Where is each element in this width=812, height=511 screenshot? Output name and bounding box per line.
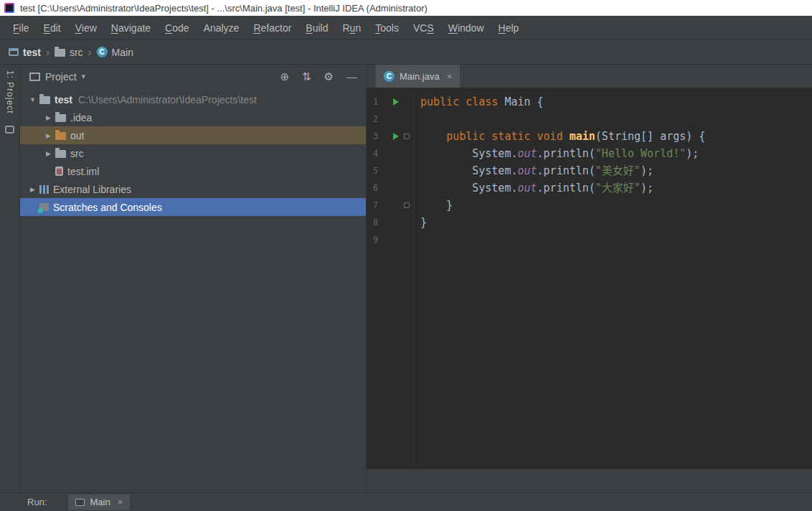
tree-row-external-libraries[interactable]: ▶External Libraries <box>20 180 366 198</box>
editor-bottom-strip <box>367 469 812 492</box>
tab-label: Main.java <box>400 71 440 82</box>
code-line-4[interactable]: 4 System.out.println("Hello World!"); <box>367 145 812 162</box>
code-token: } <box>420 216 427 229</box>
tree-row-src[interactable]: ▶src <box>20 144 366 162</box>
class-icon: C <box>384 71 395 82</box>
code-token: .println( <box>537 182 595 194</box>
settings-gear-icon[interactable]: ⚙ <box>324 71 334 82</box>
line-number: 8 <box>367 214 388 231</box>
gutter-fold-slot <box>404 214 413 231</box>
code-token: ); <box>641 164 653 177</box>
project-panel-header: Project ▾ ⊕ ⇅ ⚙ — <box>20 65 366 88</box>
menu-refactor[interactable]: Refactor <box>246 19 298 37</box>
code-text: public class Main { <box>413 93 812 111</box>
tree-row-out[interactable]: ▶out <box>20 126 366 144</box>
menu-vcs[interactable]: VCS <box>406 19 441 37</box>
code-line-3[interactable]: 3 public static void main(String[] args)… <box>367 128 812 145</box>
code-line-8[interactable]: 8} <box>367 214 812 231</box>
breadcrumb-separator-icon: › <box>88 46 92 58</box>
run-icon[interactable] <box>393 133 399 140</box>
code-token: ); <box>641 182 653 194</box>
code-token: public static void <box>446 130 570 143</box>
code-line-5[interactable]: 5 System.out.println("美女好"); <box>367 162 812 179</box>
code-text: } <box>413 197 812 214</box>
project-stripe-button[interactable]: 1: Project <box>5 70 15 114</box>
close-run-tab-icon[interactable]: × <box>118 497 123 507</box>
gutter-fold-slot <box>404 179 413 197</box>
chevron-collapsed-icon[interactable]: ▶ <box>42 150 55 157</box>
tool-stripe-icon[interactable] <box>5 126 14 133</box>
library-icon <box>39 185 49 194</box>
folder-icon <box>55 49 65 57</box>
menu-build[interactable]: Build <box>298 19 335 37</box>
code-line-7[interactable]: 7 } <box>367 197 812 214</box>
run-icon[interactable] <box>393 98 399 106</box>
breadcrumb: test›src›CMain <box>0 40 812 64</box>
code-line-1[interactable]: 1public class Main { <box>367 93 812 111</box>
main-area: 1: Project Project ▾ ⊕ ⇅ ⚙ — ▼testC:\Use… <box>0 64 812 492</box>
gutter-run-slot <box>388 111 404 128</box>
tree-label: src <box>70 148 84 159</box>
code-token <box>420 130 446 143</box>
project-icon <box>9 48 19 56</box>
collapse-all-icon[interactable]: ⇅ <box>302 71 311 82</box>
hide-panel-icon[interactable]: — <box>346 71 357 82</box>
close-tab-icon[interactable]: × <box>447 71 453 82</box>
code-area[interactable]: 1public class Main {23 public static voi… <box>367 88 812 469</box>
menu-analyze[interactable]: Analyze <box>197 19 247 37</box>
tree-row-test[interactable]: ▼testC:\Users\Administrator\IdeaProjects… <box>20 90 366 108</box>
chevron-down-icon[interactable]: ▾ <box>82 72 86 81</box>
run-tab-label: Main <box>90 497 110 507</box>
menu-view[interactable]: View <box>68 19 104 37</box>
code-text: System.out.println("Hello World!"); <box>413 145 812 162</box>
fold-open-icon[interactable] <box>404 133 410 139</box>
menu-navigate[interactable]: Navigate <box>104 19 158 37</box>
chevron-collapsed-icon[interactable]: ▶ <box>42 114 55 121</box>
breadcrumb-label: src <box>70 47 83 58</box>
code-token: public class <box>420 95 504 108</box>
run-tab-main[interactable]: Main × <box>68 494 130 510</box>
code-text: System.out.println("美女好"); <box>413 162 812 179</box>
code-line-2[interactable]: 2 <box>367 111 812 128</box>
gutter-run-slot <box>388 214 404 231</box>
gutter-fold-slot <box>404 231 413 248</box>
tree-row-test-iml[interactable]: test.iml <box>20 162 366 180</box>
locate-icon[interactable]: ⊕ <box>280 71 289 82</box>
menu-window[interactable]: Window <box>441 19 491 37</box>
code-line-9[interactable]: 9 <box>367 231 812 248</box>
menu-run[interactable]: Run <box>335 19 368 37</box>
fold-close-icon[interactable] <box>404 202 410 208</box>
chevron-expanded-icon[interactable]: ▼ <box>26 96 39 103</box>
breadcrumb-item-src[interactable]: src <box>55 47 83 58</box>
code-token: } <box>420 199 453 212</box>
menu-edit[interactable]: Edit <box>37 19 68 37</box>
tree-label: External Libraries <box>53 184 131 195</box>
chevron-collapsed-icon[interactable]: ▶ <box>26 186 39 193</box>
chevron-collapsed-icon[interactable]: ▶ <box>42 132 55 139</box>
code-text <box>413 111 812 128</box>
line-number: 7 <box>367 197 388 214</box>
class-icon: C <box>97 47 108 57</box>
code-line-6[interactable]: 6 System.out.println("大家好"); <box>367 179 812 197</box>
folder-icon <box>39 96 50 104</box>
tree-label: .idea <box>70 112 92 123</box>
line-number: 6 <box>367 179 388 197</box>
tree-label: test <box>55 94 72 106</box>
menu-file[interactable]: File <box>6 19 37 37</box>
tree-row-idea[interactable]: ▶.idea <box>20 108 366 126</box>
breadcrumb-item-main[interactable]: CMain <box>97 47 133 58</box>
menu-code[interactable]: Code <box>158 19 196 37</box>
menu-help[interactable]: Help <box>491 19 527 37</box>
breadcrumb-item-test[interactable]: test <box>9 47 41 58</box>
menu-tools[interactable]: Tools <box>368 19 406 37</box>
project-view-icon <box>29 72 40 81</box>
panel-title[interactable]: Project <box>45 71 77 83</box>
tree-row-scratches-and-consoles[interactable]: Scratches and Consoles <box>20 198 366 216</box>
tab-main-java[interactable]: C Main.java × <box>376 65 460 88</box>
folder-icon <box>55 150 66 158</box>
gutter-fold-slot <box>404 197 413 214</box>
code-token: ); <box>686 147 699 160</box>
run-label: Run: <box>27 497 47 507</box>
code-token: out <box>517 147 537 160</box>
code-token: System. <box>420 147 517 160</box>
